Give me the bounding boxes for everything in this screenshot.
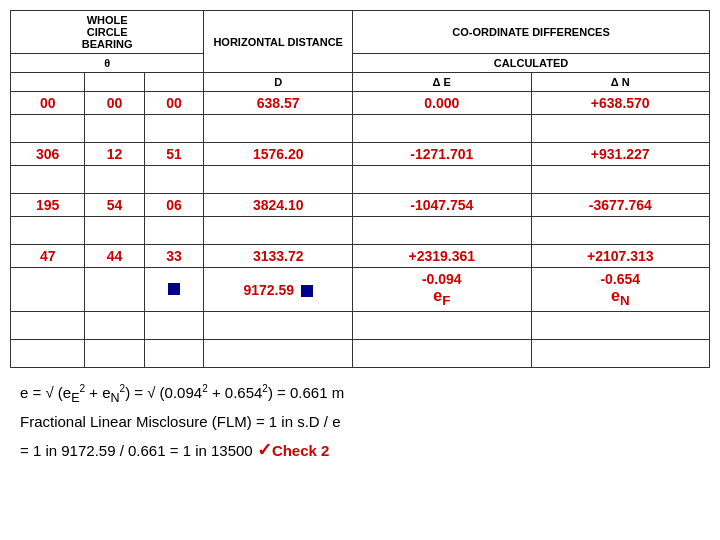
deg-col-header [11,73,85,92]
total-min [85,268,144,312]
row2-delta-n: +931.227 [531,143,710,166]
row4-distance: 3133.72 [204,245,353,268]
row3-delta-e: -1047.754 [353,194,531,217]
row1-delta-n: +638.570 [531,92,710,115]
row4-sec: 33 [144,245,203,268]
delta-N-header: Δ N [531,73,710,92]
whole-circle-header: WHOLE CIRCLE BEARING [11,11,204,54]
formula-section: e = √ (eE2 + eN2) = √ (0.0942 + 0.6542) … [10,380,710,465]
total-sec [144,268,203,312]
row3-min: 54 [85,194,144,217]
check-tick: ✓ [257,440,272,460]
row2-deg: 306 [11,143,85,166]
delta-E-header: Δ E [353,73,531,92]
min-col-header [85,73,144,92]
theta-header: θ [11,54,204,73]
row2-distance: 1576.20 [204,143,353,166]
row1-sec: 00 [144,92,203,115]
row4-deg: 47 [11,245,85,268]
row2-min: 12 [85,143,144,166]
row1-min: 00 [85,92,144,115]
total-distance: 9172.59 [204,268,353,312]
formula-line2: Fractional Linear Misclosure (FLM) = 1 i… [20,409,710,435]
row4-delta-n: +2107.313 [531,245,710,268]
D-header: D [204,73,353,92]
total-delta-n: -0.654 eN [531,268,710,312]
co-ordinate-differences-header: CO-ORDINATE DIFFERENCES [353,11,710,54]
formula-line1: e = √ (eE2 + eN2) = √ (0.0942 + 0.6542) … [20,380,710,409]
row4-delta-e: +2319.361 [353,245,531,268]
row3-deg: 195 [11,194,85,217]
survey-table: WHOLE CIRCLE BEARING HORIZONTAL DISTANCE… [10,10,710,368]
row1-delta-e: 0.000 [353,92,531,115]
sec-col-header [144,73,203,92]
total-deg [11,268,85,312]
row4-min: 44 [85,245,144,268]
row2-sec: 51 [144,143,203,166]
calculated-header: CALCULATED [353,54,710,73]
formula-line3: = 1 in 9172.59 / 0.661 = 1 in 13500 ✓Che… [20,435,710,466]
row3-distance: 3824.10 [204,194,353,217]
row1-distance: 638.57 [204,92,353,115]
total-delta-e: -0.094 eF [353,268,531,312]
row1-deg: 00 [11,92,85,115]
row3-sec: 06 [144,194,203,217]
horizontal-distance-header: HORIZONTAL DISTANCE [204,11,353,73]
row3-delta-n: -3677.764 [531,194,710,217]
row2-delta-e: -1271.701 [353,143,531,166]
